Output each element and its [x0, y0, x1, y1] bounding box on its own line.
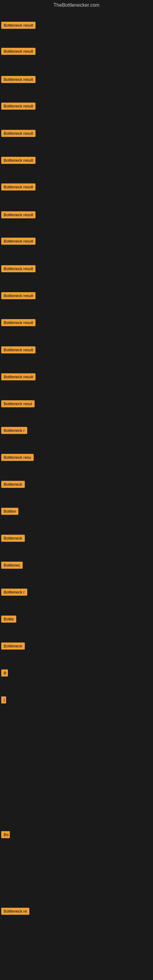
bottleneck-badge-row: Bottleneck result: [1, 22, 35, 30]
bottleneck-badge-row: Bottle: [1, 616, 16, 624]
bottleneck-badge: Bottleneck result: [1, 183, 35, 191]
bottleneck-badge: Bottleneck result: [1, 292, 35, 299]
site-title: TheBottlenecker.com: [0, 0, 153, 10]
bottleneck-badge-row: Bottleneck r: [1, 589, 27, 597]
bottleneck-badge-row: Bottleneck result: [1, 76, 35, 84]
bottleneck-badge-row: Bo: [1, 831, 10, 840]
bottleneck-badge-row: Bottleneck result: [1, 183, 35, 192]
bottleneck-badge-row: Bottleneck result: [1, 373, 35, 382]
bottleneck-badge: Bottleneck result: [1, 76, 35, 83]
bottleneck-badge-row: Bottleneck result: [1, 292, 35, 301]
bottleneck-badge-row: Bottleneck resul: [1, 400, 35, 409]
bottleneck-badge: |: [1, 697, 6, 703]
bottleneck-badge: Bottleneck result: [1, 22, 35, 29]
bottleneck-badge-row: Bottleneck result: [1, 238, 35, 246]
bottleneck-badge-row: |: [1, 697, 6, 705]
bottleneck-badge-row: Bottleneck: [1, 481, 25, 489]
bottleneck-badge-row: Bottleneck: [1, 643, 25, 651]
bottleneck-badge-row: Bottleneck result: [1, 103, 35, 111]
bottleneck-badge-row: Bottleneck r: [1, 427, 27, 435]
bottleneck-badge: Bottleneck r: [1, 427, 27, 434]
bottleneck-badge: Bottleneck result: [1, 48, 35, 55]
bottleneck-badge: Bottleneck result: [1, 346, 35, 353]
bottleneck-badge-row: Bottleneck result: [1, 265, 35, 274]
bottleneck-badge-row: Bottleneck result: [1, 130, 35, 138]
bottleneck-badge-row: Bottleneck result: [1, 157, 35, 165]
bottleneck-badge: Bottleneck result: [1, 211, 35, 218]
bottleneck-badge: Bottleneck: [1, 481, 25, 488]
bottleneck-badge: Bottleneck result: [1, 373, 35, 380]
bottleneck-badge-row: Bottleneck result: [1, 48, 35, 56]
bottleneck-badge-row: Bottleneck result: [1, 211, 35, 220]
bottleneck-badge-row: Bottleneck result: [1, 319, 35, 328]
bottleneck-badge: Bottlenec: [1, 562, 22, 569]
bottleneck-badge: Bottleneck r: [1, 589, 27, 596]
bottleneck-badge: Bottleneck re: [1, 908, 29, 915]
bottleneck-badge: Bo: [1, 831, 10, 838]
bottleneck-badge: Bottle: [1, 616, 16, 623]
bottleneck-badge: Bottleneck result: [1, 103, 35, 110]
bottleneck-badge: B: [1, 670, 8, 676]
bottleneck-badge: Bottleneck: [1, 643, 25, 649]
bottleneck-badge: Bottleneck result: [1, 265, 35, 272]
bottleneck-badge-row: Bottleneck re: [1, 908, 29, 916]
bottleneck-badge: Bottleneck result: [1, 319, 35, 326]
bottleneck-badge-row: Bottlen: [1, 508, 18, 516]
bottleneck-badge: Bottleneck result: [1, 238, 35, 245]
bottleneck-badge-row: Bottlenec: [1, 562, 22, 570]
bottleneck-badge: Bottlen: [1, 508, 18, 515]
bottleneck-badge: Bottleneck result: [1, 157, 35, 164]
bottleneck-badge-row: Bottleneck: [1, 535, 25, 543]
bottleneck-badge: Bottleneck resu: [1, 454, 33, 461]
bottleneck-badge: Bottleneck resul: [1, 400, 35, 407]
bottleneck-badge-row: B: [1, 670, 8, 678]
bottleneck-badge-row: Bottleneck resu: [1, 454, 33, 462]
bottleneck-badge: Bottleneck result: [1, 130, 35, 137]
bottleneck-badge-row: Bottleneck result: [1, 346, 35, 355]
bottleneck-badge: Bottleneck: [1, 535, 25, 542]
